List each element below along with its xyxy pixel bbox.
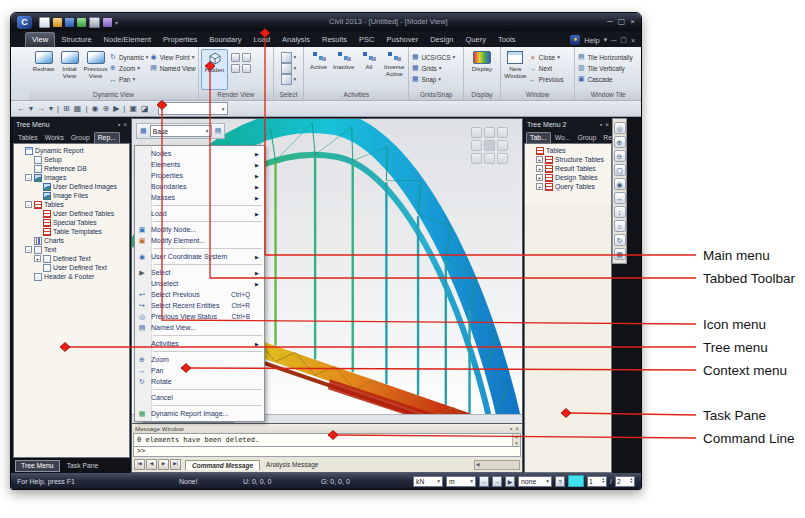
next-window-button[interactable]: →Next: [529, 63, 564, 73]
context-menu-item[interactable]: Pan ▶: [135, 365, 264, 376]
context-menu-item[interactable]: Properties ▶: [135, 170, 264, 181]
pan-button[interactable]: ↔Pan▾: [109, 74, 149, 84]
child-restore-button[interactable]: ▢: [620, 36, 627, 44]
zoom-window-icon[interactable]: ▢: [614, 164, 626, 176]
view-point-icon[interactable]: ◉: [91, 102, 98, 115]
tab-scrollbar[interactable]: ◀: [474, 460, 520, 470]
snap-button[interactable]: ▦Snap▾: [411, 74, 455, 84]
context-menu-item[interactable]: Boundaries ▶: [135, 181, 264, 192]
context-menu-item[interactable]: Masses ▶: [135, 192, 264, 203]
pin-icon[interactable]: ▪: [600, 121, 602, 128]
task-pane-area[interactable]: [524, 204, 612, 473]
close-icon[interactable]: ×: [605, 121, 609, 128]
prev-stage-icon[interactable]: ←: [479, 476, 489, 487]
tree-item[interactable]: User Defined Text: [14, 263, 129, 272]
context-menu-item[interactable]: Dynamic Report Image... ▶: [135, 408, 264, 419]
tree-item[interactable]: + Structure Tables: [525, 155, 611, 164]
undo-caret-icon[interactable]: ▾: [29, 102, 33, 115]
context-menu-item[interactable]: Named View... ▶: [135, 322, 264, 333]
shading-icon[interactable]: [242, 53, 251, 62]
context-menu-item[interactable]: Unselect ▶: [135, 278, 264, 289]
context-menu-item[interactable]: Modify Node... ▶: [135, 224, 264, 235]
message-scrollbar[interactable]: ▲ ▼: [512, 434, 520, 446]
grid-view-icon[interactable]: ▦: [614, 248, 626, 260]
previous-view-button[interactable]: Previous View: [83, 49, 108, 90]
initial-view-button[interactable]: Initial View: [57, 49, 82, 90]
menu-tab[interactable]: Analysis: [276, 33, 316, 47]
context-menu-item[interactable]: Elements ▶: [135, 159, 264, 170]
help-caret-icon[interactable]: ▾: [604, 36, 608, 44]
context-menu-item[interactable]: Load ▶: [135, 208, 264, 219]
panel-tab[interactable]: Tab...: [526, 132, 551, 143]
rotate-view-icon[interactable]: ↻: [614, 234, 626, 246]
message-tab[interactable]: Analysis Message: [260, 460, 324, 469]
separator[interactable]: |: [57, 102, 59, 115]
tab-prev-button[interactable]: ◀: [146, 459, 157, 470]
panel-tab[interactable]: Tables: [15, 133, 41, 143]
dynamic-button[interactable]: ↻Dynamic▾: [109, 52, 149, 62]
hidden-render-button[interactable]: Hidden: [201, 49, 228, 90]
pan-left-right-icon[interactable]: ↔: [614, 192, 626, 204]
close-button[interactable]: ×: [630, 15, 635, 29]
tree-expander[interactable]: +: [536, 156, 543, 163]
tree-item[interactable]: - Images: [14, 173, 129, 182]
tab-last-button[interactable]: ▶|: [170, 459, 181, 470]
play-icon[interactable]: ▶: [113, 102, 119, 115]
tab-first-button[interactable]: |◀: [134, 459, 145, 470]
smooth-icon[interactable]: [231, 64, 240, 73]
tile-vertically-button[interactable]: ▥Tile Vertically: [577, 63, 632, 73]
help-menu[interactable]: Help: [584, 36, 599, 45]
view-combo[interactable]: ▾: [158, 102, 228, 115]
menu-tab[interactable]: Pushover: [380, 33, 424, 47]
open-file-icon[interactable]: [53, 18, 62, 27]
tree-item[interactable]: + Query Tables: [525, 182, 611, 191]
context-menu-item[interactable]: User Coordinate System ▶: [135, 251, 264, 262]
tree-item[interactable]: Special Tables: [14, 218, 129, 227]
context-menu-item[interactable]: Cancel ▶: [135, 392, 264, 403]
tree-item[interactable]: Setup: [14, 155, 129, 164]
force-unit-select[interactable]: kN▾: [413, 476, 443, 487]
command-line-prompt[interactable]: >>: [133, 447, 521, 457]
previous-window-button[interactable]: ←Previous: [529, 74, 564, 84]
select-single-button[interactable]: ▾: [281, 52, 297, 62]
zoom-in-icon[interactable]: ⊕: [614, 136, 626, 148]
zoom-button[interactable]: ⊕Zoom▾: [109, 63, 149, 73]
tree-expander[interactable]: -: [25, 246, 32, 253]
close-window-button[interactable]: ×Close▾: [529, 52, 564, 62]
pin-icon[interactable]: ▪: [510, 425, 512, 432]
menu-tab[interactable]: Boundary: [203, 33, 247, 47]
menu-tab[interactable]: Tools: [492, 33, 522, 47]
play-stage-icon[interactable]: ▶: [505, 476, 515, 487]
print-icon[interactable]: [89, 17, 100, 28]
tree-item[interactable]: Dynamic Report: [14, 146, 129, 155]
zoom-fit-icon[interactable]: ◉: [614, 178, 626, 190]
tree-item[interactable]: Header & Footer: [14, 272, 129, 281]
panel-tab[interactable]: Rep...: [94, 132, 120, 143]
menu-tab[interactable]: View: [25, 32, 55, 47]
tree-expander[interactable]: -: [25, 174, 32, 181]
app-logo-icon[interactable]: C: [17, 16, 32, 29]
zoom-out-icon[interactable]: ⊖: [614, 150, 626, 162]
child-close-button[interactable]: ×: [631, 37, 635, 44]
view-point-button[interactable]: ◉View Point▾: [150, 52, 196, 62]
next-stage-icon[interactable]: →: [492, 476, 502, 487]
select-window-icon[interactable]: ⊞: [63, 102, 70, 115]
all-button[interactable]: All: [357, 49, 381, 90]
active-button[interactable]: Active: [306, 49, 330, 90]
tree-expander[interactable]: +: [536, 165, 543, 172]
separator[interactable]: |: [123, 102, 125, 115]
new-file-icon[interactable]: [39, 17, 50, 28]
tree-item[interactable]: Reference DB: [14, 164, 129, 173]
context-menu-item[interactable]: Nodes ▶: [135, 148, 264, 159]
panel-tab[interactable]: Group: [574, 133, 599, 143]
tree-item[interactable]: Charts: [14, 236, 129, 245]
separator[interactable]: |: [85, 102, 87, 115]
message-tab[interactable]: Command Message: [185, 460, 260, 470]
panel-tab[interactable]: Group: [68, 133, 93, 143]
tile-horizontally-button[interactable]: ▤Tile Horizontally: [577, 52, 632, 62]
menu-tab[interactable]: Structure: [55, 33, 97, 47]
select-window-button[interactable]: ▾: [281, 63, 297, 73]
query-button[interactable]: ?: [555, 476, 565, 487]
inactive-button[interactable]: Inactive: [332, 49, 356, 90]
display-option-icon[interactable]: ▣: [129, 102, 137, 115]
